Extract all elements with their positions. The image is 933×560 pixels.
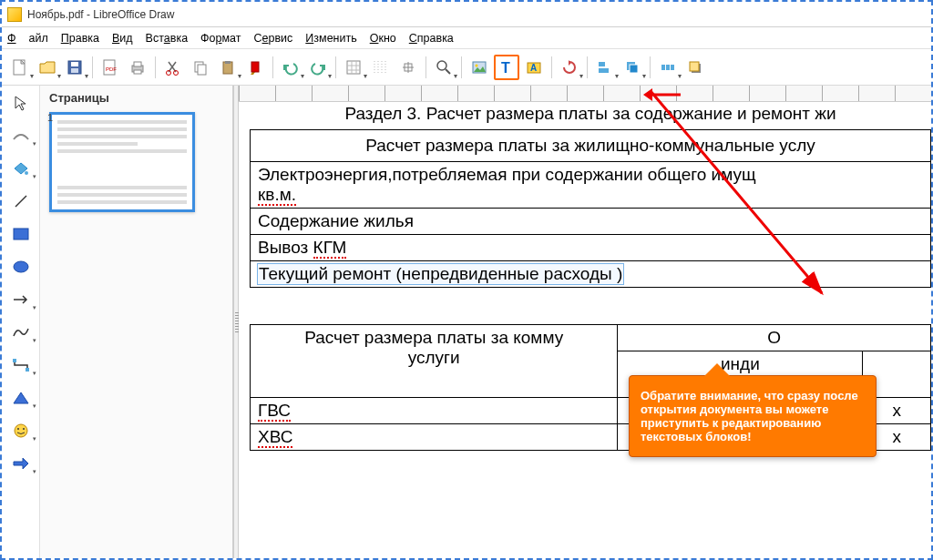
align-button[interactable] [592,55,618,80]
grid-button[interactable] [341,55,366,80]
drawing-canvas[interactable]: Раздел 3. Расчет размера платы за содерж… [239,86,931,558]
svg-rect-34 [14,229,28,239]
drawing-toolbar [2,86,40,558]
paste-button[interactable] [215,55,241,80]
connector-tool[interactable] [9,353,33,377]
arrow-tool[interactable] [9,288,33,311]
svg-rect-24 [599,62,605,66]
title-bar: Ноябрь.pdf - LibreOffice Draw [2,2,931,27]
main-toolbar: PDF T A [2,49,931,86]
table-subhead-1[interactable]: Расчет размера платы за жилищно-коммунал… [251,130,931,162]
arrows-shapes-tool[interactable] [9,452,33,475]
symbol-shapes-tool[interactable] [9,419,33,443]
svg-rect-8 [134,70,141,74]
line-color-tool[interactable] [9,124,33,148]
print-button[interactable] [125,55,150,80]
svg-text:T: T [501,60,510,76]
menu-tools[interactable]: Сервис [254,32,293,45]
open-button[interactable] [35,55,60,80]
row-repair[interactable]: Текущий ремонт (непредвиденные расходы ) [251,261,931,288]
undo-button[interactable] [278,55,303,80]
svg-point-40 [23,428,25,430]
svg-rect-32 [690,62,699,71]
svg-point-18 [437,61,446,70]
line-tool[interactable] [9,189,33,213]
cut-button[interactable] [160,55,186,80]
svg-rect-36 [13,359,16,362]
menu-insert[interactable]: Вставка [146,32,188,45]
svg-rect-28 [661,65,665,70]
row-kgm[interactable]: Вывоз КГМ [251,235,931,261]
svg-rect-7 [134,62,141,66]
snap-button[interactable] [368,55,394,80]
svg-point-39 [17,428,19,430]
svg-rect-30 [671,65,674,70]
row-electro[interactable]: Электроэнергия,потребляемая при содержан… [251,162,931,209]
page-thumbnail[interactable] [49,112,195,212]
menu-bar: Файл Правка Вид Вставка Формат Сервис Из… [2,27,931,49]
redo-button[interactable] [305,55,331,80]
image-button[interactable] [466,55,492,80]
ellipse-tool[interactable] [9,255,33,279]
menu-file[interactable]: Файл [7,32,48,45]
zoom-button[interactable] [431,55,456,80]
svg-rect-37 [26,368,29,372]
svg-point-38 [15,424,27,437]
svg-rect-15 [251,62,259,72]
pages-panel: Страницы 1 [40,86,233,558]
app-icon [7,7,22,22]
menu-format[interactable]: Формат [200,32,241,45]
curve-tool[interactable] [9,321,33,344]
fill-color-tool[interactable] [9,157,33,180]
pages-panel-title: Страницы [40,86,232,107]
menu-window[interactable]: Окно [370,32,396,45]
fontwork-button[interactable]: A [521,55,547,80]
row-housing[interactable]: Содержание жилья [251,209,931,235]
svg-rect-25 [599,68,609,73]
distribute-button[interactable] [655,55,681,80]
annotation-callout: Обратите внимание, что сразу после откры… [629,375,877,457]
text-box-button[interactable]: T [494,55,519,80]
col-o[interactable]: О [618,325,931,351]
transform-button[interactable] [557,55,582,80]
arrange-button[interactable] [620,55,645,80]
clone-format-button[interactable] [242,55,268,80]
svg-point-35 [14,261,28,272]
save-button[interactable] [62,55,87,80]
svg-rect-12 [198,65,206,75]
export-pdf-button[interactable]: PDF [97,55,123,80]
svg-point-33 [25,171,28,175]
row-hvs[interactable]: ХВС [251,424,618,451]
select-tool[interactable] [9,91,33,115]
menu-edit[interactable]: Правка [61,32,99,45]
menu-modify[interactable]: Изменить [305,32,356,45]
row-gvs[interactable]: ГВС [251,398,618,424]
copy-button[interactable] [188,55,213,80]
table-1: Расчет размера платы за жилищно-коммунал… [250,129,931,288]
subhead-2[interactable]: Расчет размера платы за коммууслуги [251,325,618,398]
menu-view[interactable]: Вид [112,32,133,45]
svg-rect-29 [666,65,670,70]
basic-shapes-tool[interactable] [9,386,33,410]
new-button[interactable] [7,55,33,80]
svg-point-20 [476,64,478,66]
svg-rect-16 [347,61,360,74]
shadow-button[interactable] [682,55,708,80]
menu-help[interactable]: Справка [409,32,454,45]
page-number: 1 [47,112,53,123]
window-title: Ноябрь.pdf - LibreOffice Draw [27,8,174,21]
svg-text:A: A [530,63,537,73]
svg-rect-2 [71,62,78,66]
helplines-button[interactable] [395,55,421,80]
callout-text: Обратите внимание, что сразу после откры… [641,389,858,443]
horizontal-ruler [239,86,931,102]
section-heading[interactable]: Раздел 3. Расчет размера платы за содерж… [250,104,931,124]
svg-text:PDF: PDF [106,66,117,72]
rectangle-tool[interactable] [9,222,33,246]
svg-rect-14 [225,61,231,64]
svg-rect-3 [71,68,78,73]
svg-rect-27 [630,65,638,73]
